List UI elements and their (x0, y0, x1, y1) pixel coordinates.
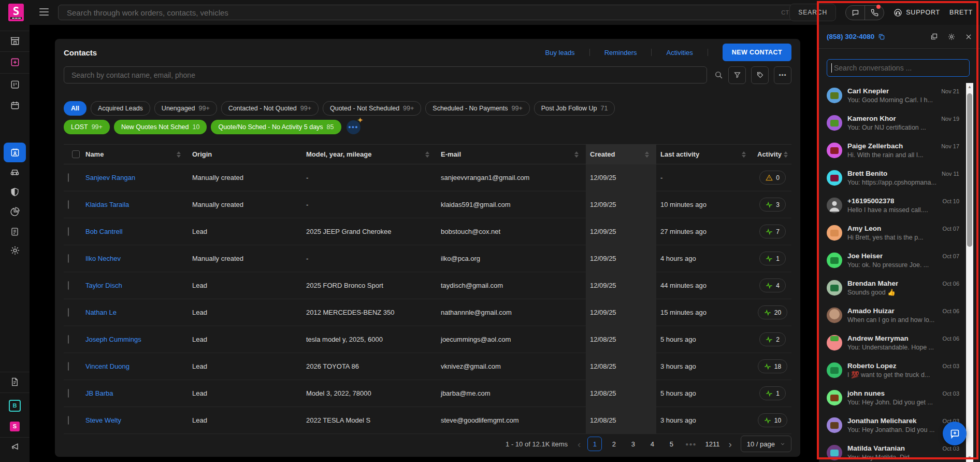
panel-search-tab[interactable]: SEARCH (789, 4, 836, 21)
conversation-search[interactable] (827, 59, 970, 77)
activity-badge[interactable]: 7 (759, 225, 786, 239)
phone-mode-button[interactable] (864, 6, 884, 20)
row-checkbox[interactable] (68, 173, 69, 182)
table-row[interactable]: Sanjeev Rangan Manually created - sanjee… (64, 164, 791, 191)
page-button-1[interactable]: 1 (587, 437, 602, 451)
contact-name-link[interactable]: Taylor Disch (85, 282, 122, 289)
contact-name-link[interactable]: Sanjeev Rangan (85, 174, 135, 181)
more-filters-button[interactable]: ●●● ✦ (347, 120, 361, 134)
more-actions-button[interactable]: ⋯ (774, 66, 791, 84)
search-submit-icon[interactable] (714, 71, 723, 79)
activities-link[interactable]: Activities (652, 49, 707, 57)
activity-badge[interactable]: 1 (759, 386, 786, 400)
sort-icon[interactable] (742, 151, 746, 158)
scrollbar-thumb[interactable] (967, 93, 972, 247)
close-icon[interactable] (965, 33, 972, 40)
global-search[interactable]: CTRL+F (58, 5, 812, 20)
panel-settings-icon[interactable] (947, 33, 956, 41)
contact-name-link[interactable]: Steve Welty (85, 416, 121, 424)
conversation-item[interactable]: Kameron KhorNov 19You: Our NIJ certifica… (819, 110, 965, 138)
sidebar-item-shop[interactable] (0, 31, 30, 51)
contact-name-link[interactable]: Klaidas Taraila (85, 201, 129, 208)
conversation-item[interactable]: Matilda VartanianOct 03You: Hey Matilda.… (819, 440, 965, 462)
contact-name-link[interactable]: Bob Cantrell (85, 228, 123, 235)
reminders-link[interactable]: Reminders (590, 49, 652, 57)
row-checkbox[interactable] (68, 335, 69, 344)
filter-chip-post-job-follow-up[interactable]: Post Job Follow Up71 (534, 101, 615, 116)
conversation-item[interactable]: john nunesOct 03You: Hey John. Did you g… (819, 385, 965, 413)
row-checkbox[interactable] (68, 200, 69, 209)
filter-chip-quote-no-sched-no-activity[interactable]: Quote/No Sched - No Activity 5 days85 (211, 120, 341, 134)
contact-name-link[interactable]: JB Barba (85, 389, 113, 397)
copy-icon[interactable] (878, 33, 885, 40)
scroll-up-icon[interactable]: ▲ (966, 84, 973, 90)
sidebar-item-settings[interactable] (0, 240, 30, 261)
next-page-button[interactable]: › (726, 439, 733, 449)
tags-button[interactable] (751, 66, 769, 84)
user-menu[interactable]: BRETT (949, 9, 973, 16)
support-button[interactable]: SUPPORT (893, 8, 940, 17)
sidebar-item-broadcast[interactable] (0, 437, 30, 457)
row-checkbox[interactable] (68, 389, 69, 398)
activity-badge[interactable]: 20 (758, 305, 787, 319)
table-row[interactable]: Steve Welty Lead 2022 TESLA Model S stev… (64, 407, 791, 434)
panel-scrollbar[interactable]: ▲ ▼ (966, 83, 973, 462)
new-contact-button[interactable]: NEW CONTACT (723, 44, 791, 61)
row-checkbox[interactable] (68, 227, 69, 236)
sort-icon[interactable] (645, 151, 649, 158)
table-row[interactable]: Vincent Duong Lead 2026 TOYOTA 86 vknive… (64, 353, 791, 380)
page-button-2[interactable]: 2 (607, 437, 621, 451)
conversation-item[interactable]: Amado HuizarOct 06When can I go in and h… (819, 303, 965, 330)
sidebar-item-lists[interactable] (0, 221, 30, 242)
conversation-search-input[interactable] (833, 63, 965, 73)
conversation-item[interactable]: Andrew MerrymanOct 06You: Understandable… (819, 330, 965, 358)
sidebar-item-calendar[interactable] (0, 95, 30, 116)
menu-toggle-icon[interactable] (39, 8, 49, 16)
table-row[interactable]: Taylor Disch Lead 2025 FORD Bronco Sport… (64, 272, 791, 299)
sort-icon[interactable] (425, 151, 429, 158)
select-all-checkbox[interactable] (72, 150, 80, 158)
row-checkbox[interactable] (68, 308, 69, 317)
table-row[interactable]: JB Barba Lead Model 3, 2022, 78000 jbarb… (64, 380, 791, 407)
conversation-item[interactable]: Paige ZellerbachNov 17Hi. With the rain … (819, 138, 965, 165)
page-button-5[interactable]: 5 (664, 437, 679, 451)
sidebar-item-warranty[interactable] (0, 181, 30, 202)
activity-badge[interactable]: 18 (758, 359, 787, 373)
table-row[interactable]: Nathan Le Lead 2012 MERCEDES-BENZ 350 na… (64, 299, 791, 326)
conversation-item[interactable]: +16195002378Oct 10Hello I have a missed … (819, 193, 965, 220)
filter-chip-contacted-not-quoted[interactable]: Contacted - Not Quoted99+ (221, 101, 319, 116)
sort-icon[interactable] (574, 151, 579, 158)
sidebar-item-vehicles[interactable] (0, 161, 30, 182)
activity-badge[interactable]: 3 (759, 198, 786, 212)
activity-badge[interactable]: 2 (759, 332, 786, 346)
filter-chip-quoted-not-scheduled[interactable]: Quoted - Not Scheduled99+ (323, 101, 421, 116)
filter-chip-all[interactable]: All (64, 101, 87, 116)
conversation-item[interactable]: Joe HeiserOct 07You: ok. No pressure Joe… (819, 248, 965, 275)
filter-chip-lost[interactable]: LOST99+ (64, 120, 110, 134)
filter-button[interactable] (728, 66, 746, 84)
sidebar-item-create[interactable] (0, 52, 30, 73)
buy-leads-link[interactable]: Buy leads (531, 49, 589, 57)
conversation-item[interactable]: Amy LeonOct 07Hi Brett, yes that is the … (819, 220, 965, 248)
sidebar-item-b-app[interactable]: B (0, 395, 30, 416)
conversation-item[interactable]: Roberto LopezOct 03I 💯 want to get the t… (819, 358, 965, 385)
chat-mode-button[interactable] (846, 6, 864, 20)
contact-name-link[interactable]: Vincent Duong (85, 362, 129, 370)
sidebar-item-board[interactable] (0, 74, 30, 95)
sort-icon[interactable] (177, 151, 181, 158)
conversation-item[interactable]: Carl KneplerNov 21You: Good Morning Carl… (819, 83, 965, 110)
contact-name-link[interactable]: Nathan Le (85, 309, 117, 316)
activity-badge[interactable]: 10 (758, 413, 787, 427)
table-row[interactable]: Ilko Nechev Manually created - ilko@pca.… (64, 245, 791, 272)
panel-phone-number[interactable]: (858) 302-4080 (827, 33, 874, 40)
sidebar-item-brand-app[interactable]: S (0, 416, 30, 437)
row-checkbox[interactable] (68, 416, 69, 425)
app-logo[interactable]: S (8, 4, 24, 21)
table-row[interactable]: Joseph Cummings Lead tesla model y, 2025… (64, 326, 791, 353)
filter-chip-unengaged[interactable]: Unengaged99+ (154, 101, 217, 116)
contact-search[interactable] (64, 66, 707, 83)
sidebar-item-contacts-active[interactable] (4, 143, 26, 162)
row-checkbox[interactable] (68, 281, 69, 290)
sort-icon[interactable] (784, 151, 788, 158)
popout-icon[interactable] (930, 33, 938, 40)
